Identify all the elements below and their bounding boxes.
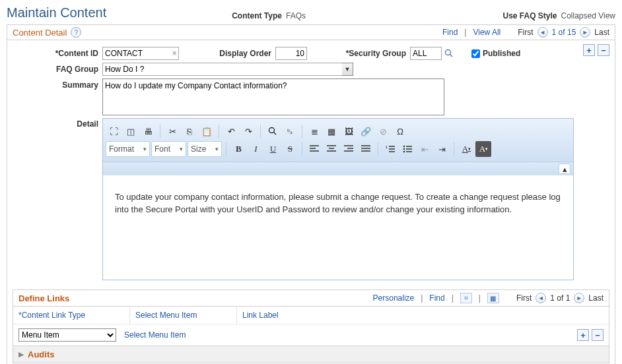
align-left-icon[interactable]: [306, 141, 322, 157]
delete-link-row-button[interactable]: −: [592, 329, 604, 341]
add-link-row-button[interactable]: +: [577, 329, 589, 341]
text-color-button[interactable]: A▾: [458, 141, 474, 157]
select-menu-item-link[interactable]: Select Menu Item: [124, 330, 186, 340]
chevron-down-icon[interactable]: ▼: [342, 63, 353, 76]
faq-style-value: Collapsed View: [561, 11, 616, 20]
numbered-list-icon[interactable]: 1: [382, 141, 398, 157]
source-icon[interactable]: ◫: [123, 123, 139, 139]
bold-button[interactable]: B: [230, 141, 246, 157]
content-link-type-select[interactable]: Menu Item: [18, 328, 116, 342]
format-combo[interactable]: Format▾: [106, 141, 150, 157]
content-id-input[interactable]: [102, 47, 179, 60]
personalize-link[interactable]: Personalize: [373, 293, 415, 303]
page-header: Maintain Content Content Type FAQs Use F…: [7, 5, 615, 20]
col-content-link-type[interactable]: *Content Link Type: [13, 307, 130, 324]
paste-icon[interactable]: 📋: [199, 123, 215, 139]
svg-point-6: [403, 148, 405, 150]
align-right-icon[interactable]: [341, 141, 357, 157]
image-icon[interactable]: 🖼: [341, 123, 357, 139]
summary-textarea[interactable]: How do I update my Company Contact infor…: [102, 78, 444, 115]
faq-group-label: FAQ Group: [13, 65, 102, 74]
faq-group-select[interactable]: [102, 63, 342, 76]
link-icon[interactable]: 🔗: [358, 123, 374, 139]
svg-line-1: [450, 55, 453, 57]
expand-icon[interactable]: ▶: [18, 350, 24, 359]
content-detail-body: + − *Content ID × Display Order *Securit…: [7, 40, 615, 364]
table-row: Menu Item Select Menu Item + −: [13, 324, 609, 346]
svg-point-7: [403, 151, 405, 153]
help-icon[interactable]: ?: [71, 27, 81, 38]
display-order-input[interactable]: [275, 47, 307, 60]
delete-row-button[interactable]: −: [598, 44, 609, 56]
cut-icon[interactable]: ✂: [164, 123, 180, 139]
unlink-icon[interactable]: ⊘: [375, 123, 391, 139]
size-combo[interactable]: Size▾: [188, 141, 222, 157]
clear-icon[interactable]: ×: [172, 48, 177, 58]
content-id-label: *Content ID: [13, 49, 102, 58]
find-icon[interactable]: [265, 123, 281, 139]
page-title: Maintain Content: [7, 5, 106, 20]
align-center-icon[interactable]: [324, 141, 339, 157]
published-label: Published: [483, 49, 520, 58]
define-links-title: Define Links: [18, 293, 69, 303]
outdent-icon[interactable]: ⇤: [417, 141, 432, 157]
published-checkbox[interactable]: [471, 49, 480, 58]
links-next-button[interactable]: ►: [574, 293, 584, 303]
nav-first-label: First: [518, 28, 533, 37]
undo-icon[interactable]: ↶: [223, 123, 239, 139]
bg-color-button[interactable]: A▾: [475, 141, 491, 157]
underline-button[interactable]: U: [265, 141, 281, 157]
links-find-link[interactable]: Find: [429, 293, 444, 303]
summary-label: Summary: [13, 78, 102, 90]
remove-format-icon[interactable]: ≣: [306, 123, 322, 139]
prev-row-button[interactable]: ◄: [537, 27, 548, 38]
svg-text:1: 1: [386, 145, 388, 149]
faq-style-label: Use FAQ Style: [502, 11, 557, 20]
links-first-label: First: [516, 293, 532, 303]
svg-point-0: [446, 50, 451, 55]
links-last-label: Last: [588, 293, 604, 303]
special-char-icon[interactable]: Ω: [392, 123, 408, 139]
svg-point-5: [403, 146, 405, 148]
indent-icon[interactable]: ⇥: [434, 141, 450, 157]
strike-button[interactable]: S: [282, 141, 298, 157]
security-group-label: *Security Group: [307, 49, 410, 58]
view-all-link[interactable]: View All: [473, 28, 501, 37]
detail-label: Detail: [13, 118, 102, 129]
links-prev-button[interactable]: ◄: [536, 293, 546, 303]
replace-icon[interactable]: ᵇₐ: [282, 123, 298, 139]
content-type-label: Content Type: [232, 11, 282, 20]
collapse-toolbar-icon[interactable]: ▴: [559, 164, 570, 174]
redo-icon[interactable]: ↷: [240, 123, 256, 139]
copy-icon[interactable]: ⎘: [182, 123, 197, 139]
security-group-input[interactable]: [410, 47, 442, 60]
table-icon[interactable]: ▦: [324, 123, 339, 139]
content-type-value: FAQs: [286, 11, 306, 20]
content-detail-header: Content Detail ? Find | View All First ◄…: [7, 24, 615, 40]
col-link-label[interactable]: Link Label: [237, 307, 609, 324]
italic-button[interactable]: I: [248, 141, 263, 157]
links-position: 1 of 1: [550, 293, 570, 303]
align-justify-icon[interactable]: [358, 141, 374, 157]
rte-content[interactable]: To update your company contact informati…: [103, 175, 573, 280]
find-link[interactable]: Find: [442, 28, 458, 37]
audits-section[interactable]: ▶ Audits: [13, 346, 609, 363]
next-row-button[interactable]: ►: [580, 27, 590, 38]
zoom-grid-icon[interactable]: ⌗: [460, 293, 472, 303]
lookup-icon[interactable]: [444, 48, 454, 59]
svg-line-3: [274, 133, 277, 135]
bullet-list-icon[interactable]: [399, 141, 415, 157]
download-grid-icon[interactable]: ▦: [487, 293, 499, 303]
audits-title: Audits: [28, 349, 54, 359]
content-detail-title: Content Detail: [13, 28, 67, 38]
row-position[interactable]: 1 of 15: [552, 28, 576, 37]
svg-point-2: [269, 128, 275, 133]
maximize-icon[interactable]: ⛶: [106, 123, 121, 139]
display-order-label: Display Order: [179, 49, 275, 58]
col-select-menu-item[interactable]: Select Menu Item: [130, 307, 237, 324]
print-icon[interactable]: 🖶: [140, 123, 156, 139]
nav-last-label: Last: [594, 28, 609, 37]
rich-text-editor: ⛶ ◫ 🖶 ✂ ⎘ 📋 ↶ ↷ ᵇₐ ≣: [102, 118, 574, 280]
add-row-button[interactable]: +: [583, 44, 595, 56]
font-combo[interactable]: Font▾: [151, 141, 186, 157]
